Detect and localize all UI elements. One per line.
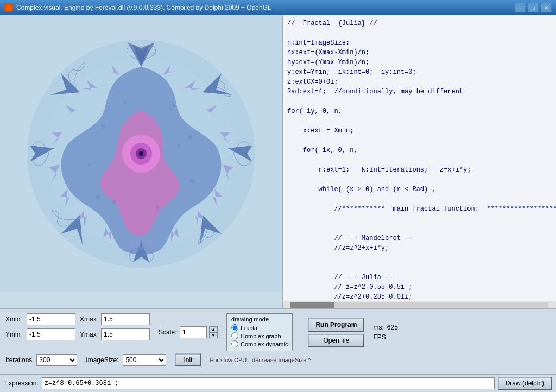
- fractal-panel: [0, 15, 282, 308]
- xmin-input[interactable]: [27, 313, 75, 325]
- close-button[interactable]: ✕: [541, 3, 552, 12]
- scrollbar-track[interactable]: [290, 302, 548, 308]
- run-program-button[interactable]: Run Program: [308, 318, 364, 332]
- init-button[interactable]: Init: [175, 353, 201, 366]
- xmin-group: Xmin: [5, 313, 75, 325]
- fractal-radio[interactable]: [231, 324, 238, 331]
- main-area: // Fractal {Julia} // n:int=ImageSize; h…: [0, 15, 556, 308]
- svg-point-10: [88, 163, 91, 166]
- ms-label: ms:: [373, 324, 383, 331]
- xmax-label: Xmax: [80, 315, 99, 323]
- scale-label: Scale:: [159, 328, 178, 336]
- fractal-image: [0, 15, 282, 292]
- iterations-label: Iterations: [5, 356, 32, 364]
- bottom-controls: Xmin Xmax Ymin Ymax: [0, 308, 556, 374]
- app-icon: [4, 3, 13, 12]
- radio-fractal: Fractal: [231, 324, 288, 331]
- coordinate-fields: Xmin Xmax Ymin Ymax: [5, 313, 150, 340]
- scale-up-button[interactable]: ▲: [209, 326, 218, 332]
- controls-row2: Iterations 100 200 300 500 1000 ImageSiz…: [5, 353, 551, 366]
- svg-point-15: [123, 100, 127, 104]
- expression-bar: Expression: Draw (delphi): [0, 374, 556, 392]
- ymin-input[interactable]: [27, 328, 75, 340]
- svg-point-9: [101, 124, 105, 129]
- scale-down-button[interactable]: ▼: [209, 332, 218, 338]
- imagesize-select[interactable]: 200 300 400 500 600 800: [123, 354, 166, 366]
- ymin-label: Ymin: [5, 331, 24, 338]
- title-text: Complex visual. Engine by Foreval.dll (v…: [16, 4, 515, 11]
- code-panel: // Fractal {Julia} // n:int=ImageSize; h…: [282, 15, 556, 308]
- xmin-label: Xmin: [5, 315, 24, 323]
- drawing-mode-box: drawing mode Fractal Complex graph Compl…: [226, 313, 293, 351]
- complex-dynamic-radio[interactable]: [231, 340, 238, 347]
- svg-point-7: [188, 135, 192, 140]
- ymin-group: Ymin: [5, 328, 75, 340]
- fractal-radio-label: Fractal: [241, 325, 259, 331]
- imagesize-label: ImageSize:: [86, 356, 118, 364]
- svg-point-11: [112, 200, 116, 205]
- scale-spinner: ▲ ▼: [209, 326, 218, 338]
- complex-dynamic-label: Complex dynamic: [241, 341, 288, 347]
- svg-point-8: [172, 103, 175, 106]
- window-buttons: ─ □ ✕: [515, 3, 552, 12]
- svg-point-6: [139, 151, 143, 156]
- fps-label: FPS:: [373, 333, 388, 341]
- title-bar: Complex visual. Engine by Foreval.dll (v…: [0, 0, 556, 15]
- ms-value: 625: [387, 324, 398, 331]
- minimize-button[interactable]: ─: [515, 3, 526, 12]
- xmax-input[interactable]: [101, 313, 150, 325]
- complex-graph-radio[interactable]: [231, 332, 238, 339]
- radio-complex-dynamic: Complex dynamic: [231, 340, 288, 347]
- maximize-button[interactable]: □: [528, 3, 539, 12]
- svg-point-16: [96, 195, 100, 199]
- svg-point-13: [191, 179, 195, 183]
- svg-point-14: [178, 144, 181, 147]
- hint-text: For slow CPU - decrease ImageSize ^: [210, 357, 311, 363]
- iterations-select[interactable]: 100 200 300 500 1000: [36, 354, 77, 366]
- scale-input[interactable]: [180, 326, 207, 338]
- draw-button[interactable]: Draw (delphi): [498, 377, 552, 390]
- ymax-input[interactable]: [101, 328, 150, 340]
- open-file-button[interactable]: Open file: [308, 334, 364, 347]
- radio-complex-graph: Complex graph: [231, 332, 288, 339]
- svg-point-12: [156, 206, 159, 210]
- xmax-group: Xmax: [80, 313, 150, 325]
- stats-section: ms: 625 FPS:: [373, 324, 397, 341]
- horizontal-scrollbar[interactable]: [283, 301, 556, 308]
- ymax-label: Ymax: [80, 331, 99, 338]
- scale-group: Scale: ▲ ▼: [159, 326, 218, 338]
- scrollbar-thumb[interactable]: [290, 302, 334, 308]
- expression-input[interactable]: [42, 377, 495, 389]
- code-editor[interactable]: // Fractal {Julia} // n:int=ImageSize; h…: [283, 15, 556, 301]
- drawing-mode-title: drawing mode: [231, 316, 288, 323]
- complex-graph-label: Complex graph: [241, 333, 281, 339]
- run-section: Run Program Open file: [308, 318, 364, 347]
- expression-label: Expression:: [4, 380, 39, 387]
- top-controls-row: Xmin Xmax Ymin Ymax: [5, 313, 551, 351]
- ymax-group: Ymax: [80, 328, 150, 340]
